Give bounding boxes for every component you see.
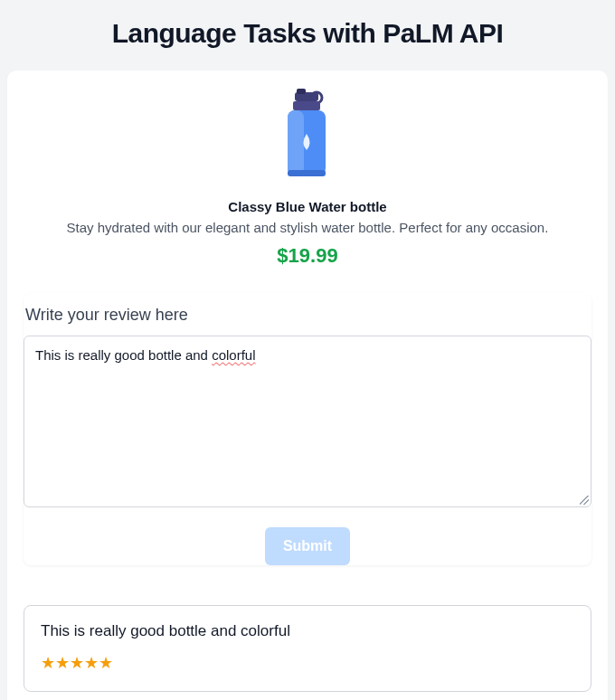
water-bottle-icon <box>24 87 591 186</box>
review-section: Write your review here This is really go… <box>24 293 591 565</box>
submit-button[interactable]: Submit <box>265 527 350 565</box>
result-text: This is really good bottle and colorful <box>41 622 574 640</box>
svg-rect-3 <box>293 101 320 110</box>
svg-rect-6 <box>288 170 326 176</box>
review-label: Write your review here <box>24 306 591 325</box>
svg-rect-1 <box>297 89 306 94</box>
product-price: $19.99 <box>24 244 591 268</box>
product-header: Classy Blue Water bottle Stay hydrated w… <box>24 87 591 268</box>
rating-stars: ★★★★★ <box>41 653 574 673</box>
review-text-spellword: colorful <box>212 347 255 363</box>
main-card: Classy Blue Water bottle Stay hydrated w… <box>7 71 608 700</box>
review-text-prefix: This is really good bottle and <box>35 347 212 363</box>
svg-rect-5 <box>288 110 304 175</box>
page-title: Language Tasks with PaLM API <box>7 18 608 49</box>
result-card: This is really good bottle and colorful … <box>24 605 591 692</box>
product-name: Classy Blue Water bottle <box>24 199 591 214</box>
review-input[interactable]: This is really good bottle and colorful <box>24 336 591 507</box>
product-description: Stay hydrated with our elegant and styli… <box>24 220 591 235</box>
